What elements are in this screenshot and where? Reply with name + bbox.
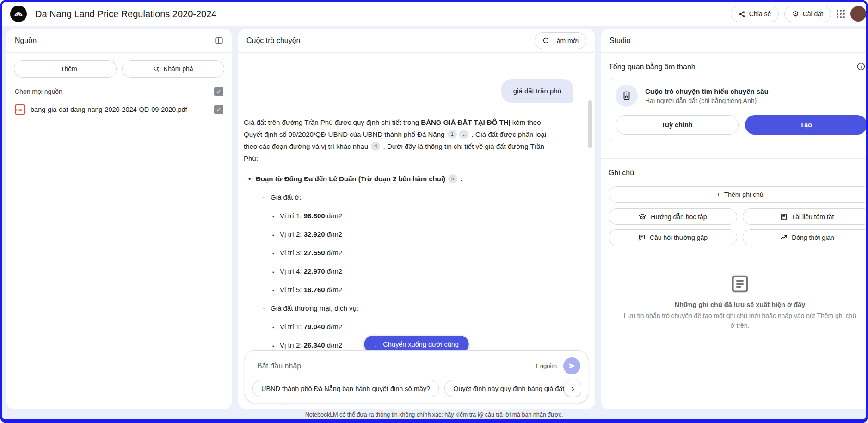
chat-response-block: ▪Vị trí 4: 22.970 đ/m2 [244,265,554,277]
chat-response-block: ▪Vị trí 5: 18.760 đ/m2 [244,284,554,296]
suggestion-chip[interactable]: Quyết định này quy định bảng giá đất cho… [444,380,581,397]
sources-panel: Nguồn + Thêm [6,29,232,409]
chat-panel: Cuộc trò chuyện Làm mới giá đất trần phú… [238,29,595,409]
send-icon [568,362,576,370]
check-icon: ✓ [216,88,222,95]
check-icon: ✓ [216,106,222,113]
citation-chip[interactable]: ... [459,130,469,139]
chat-response-block: ◦Giá đất thương mại, dịch vụ: [244,302,554,314]
briefing-doc-button[interactable]: Tài liệu tóm tắt [743,208,868,225]
source-checkbox[interactable]: ✓ [214,105,223,114]
add-source-button[interactable]: + Thêm [14,60,117,78]
notes-empty-description: Lưu tin nhắn trò chuyện để tạo một ghi c… [622,311,857,331]
notebooklm-logo-icon[interactable] [10,6,27,22]
discover-sources-button[interactable]: Khám phá [122,60,225,78]
send-button[interactable] [563,357,580,374]
chat-panel-title: Cuộc trò chuyện [246,37,301,45]
select-all-checkbox[interactable]: ✓ [214,87,223,96]
chat-response-block: ◦Giá đất ở: [244,191,554,203]
study-guide-button[interactable]: Hướng dẫn học tập [609,208,737,225]
audio-overview-title: Tổng quan bằng âm thanh [609,59,868,78]
user-message-bubble: giá đất trần phú [501,79,573,103]
source-count-label: 1 nguồn [535,362,557,369]
citation-chip[interactable]: 5 [448,174,457,183]
chat-response-block: •Đoạn từ Đống Đa đến Lê Duẩn (Trừ đoạn 2… [244,173,554,185]
summary-doc-icon [780,213,788,221]
citation-chip[interactable]: 1 [448,130,457,139]
sources-panel-title: Nguồn [15,37,37,45]
refresh-icon [542,37,549,44]
chevron-right-icon: › [571,383,574,394]
chat-response-block: ▪Vị trí 2: 32.920 đ/m2 [244,228,554,240]
graduation-cap-icon [639,213,646,221]
chat-response-block: ▪Vị trí 3: 27.550 đ/m2 [244,247,554,259]
plus-icon: + [53,65,57,73]
deep-dive-title: Cuộc trò chuyện tìm hiểu chuyên sâu [645,87,769,95]
notes-empty-icon [622,273,857,294]
notes-empty-title: Những ghi chú đã lưu sẽ xuất hiện ở đây [622,301,857,308]
faq-icon [638,234,646,241]
apps-grid-icon[interactable] [837,10,845,18]
arrow-down-icon: ↓ [374,341,377,348]
chat-input[interactable] [257,362,529,370]
customize-button[interactable]: Tuỳ chỉnh [616,115,739,135]
settings-button[interactable]: ⚙ Cài đặt [784,6,831,22]
notes-empty-state: Những ghi chú đã lưu sẽ xuất hiện ở đây … [609,245,868,331]
refresh-chat-button[interactable]: Làm mới [535,32,586,49]
top-bar: Da Nang Land Price Regulations 2020-2024… [2,2,866,26]
audio-overview-section: Tổng quan bằng âm thanh [601,53,868,141]
deep-dive-subtitle: Hai người dẫn dắt (chỉ bằng tiếng Anh) [645,97,769,104]
chat-input-card: 1 nguồn UBND thành phố Đà Nẵng ban hành … [245,350,588,403]
notes-title: Ghi chú [609,165,868,184]
select-all-sources-label: Chọn mọi nguồn [15,88,62,95]
collapse-panel-icon[interactable] [215,37,223,45]
gear-icon: ⚙ [792,10,799,18]
disclaimer-text: NotebookLM có thể đưa ra thông tin không… [2,411,866,419]
generate-button[interactable]: Tạo [745,115,867,135]
timeline-button[interactable]: Dòng thời gian [743,229,868,245]
main-area: Nguồn + Thêm [6,29,868,409]
next-suggestions-button[interactable]: › [564,380,581,397]
timeline-icon [780,233,788,241]
suggestion-chip[interactable]: UBND thành phố Đà Nẵng ban hành quyết đị… [252,380,439,397]
share-button[interactable]: Chia sẻ [731,6,779,22]
deep-dive-card: Cuộc trò chuyện tìm hiểu chuyên sâu Hai … [609,78,868,141]
speaker-icon [616,85,638,107]
discover-icon [153,66,160,73]
studio-panel-title: Studio [609,37,630,45]
notebook-title[interactable]: Da Nang Land Price Regulations 2020-2024 [35,9,217,19]
suggestion-chips-row: UBND thành phố Đà Nẵng ban hành quyết đị… [252,380,581,397]
chat-response-block: ▪Vị trí 1: 98.800 đ/m2 [244,210,554,222]
chat-response-block: ▪Vị trí 1: 79.040 đ/m2 [244,321,554,333]
info-icon[interactable] [856,62,866,71]
pdf-file-icon: PDF [15,104,25,115]
add-note-button[interactable]: + Thêm ghi chú [609,186,868,203]
chat-scrollbar[interactable] [588,100,592,148]
source-list-item[interactable]: PDF bang-gia-dat-dang-nang-2020-2024-QD-… [6,99,232,120]
source-file-name: bang-gia-dat-dang-nang-2020-2024-QD-09-2… [31,106,187,113]
chat-response-block: Giá đất trên đường Trần Phú được quy địn… [244,116,554,165]
notes-section: Ghi chú + Thêm ghi chú [601,158,868,331]
faq-button[interactable]: Câu hỏi thường gặp [609,229,737,245]
user-avatar[interactable] [850,6,866,22]
app-window: Da Nang Land Price Regulations 2020-2024… [0,0,868,423]
title-caret [220,9,220,19]
plus-icon: + [716,191,720,198]
citation-chip[interactable]: 4 [371,142,380,151]
share-icon [739,11,745,18]
studio-panel: Studio Tổng quan bằng âm thanh [601,29,868,409]
